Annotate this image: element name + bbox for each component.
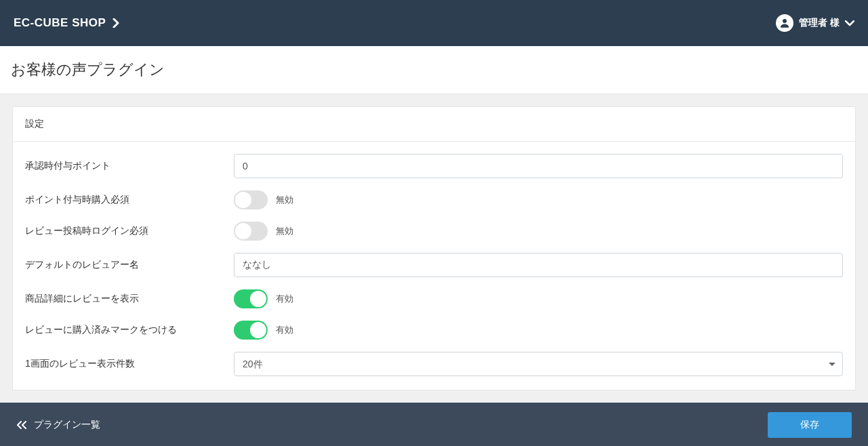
row-point-on-approve: 承認時付与ポイント [25,154,843,178]
label-point-on-approve: 承認時付与ポイント [25,160,234,172]
select-reviews-per-page[interactable]: 20件 [234,352,843,376]
row-default-reviewer: デフォルトのレビュアー名 [25,253,843,277]
row-require-purchase: ポイント付与時購入必須 無効 [25,190,843,209]
label-show-review: 商品詳細にレビューを表示 [25,293,234,305]
brand-title: EC-CUBE SHOP [14,16,106,30]
label-reviews-per-page: 1画面のレビュー表示件数 [25,358,234,370]
chevron-down-icon [845,20,854,26]
row-require-login: レビュー投稿時ログイン必須 無効 [25,222,843,241]
toggle-require-login[interactable] [234,222,268,241]
settings-card: 設定 承認時付与ポイント ポイント付与時購入必須 無効 [12,106,856,390]
toggle-require-purchase-state: 無効 [276,194,293,206]
content: 設定 承認時付与ポイント ポイント付与時購入必須 無効 [0,94,868,403]
input-point-on-approve[interactable] [234,154,843,178]
toggle-require-login-state: 無効 [276,225,293,237]
label-require-purchase: ポイント付与時購入必須 [25,194,234,206]
top-bar: EC-CUBE SHOP 管理者 様 [0,0,868,46]
row-reviews-per-page: 1画面のレビュー表示件数 20件 [25,352,843,376]
save-button[interactable]: 保存 [768,412,852,438]
page-title: お客様の声プラグイン [11,60,857,80]
brand[interactable]: EC-CUBE SHOP [14,16,119,30]
input-default-reviewer[interactable] [234,253,843,277]
toggle-mark-purchased-state: 有効 [276,324,293,336]
double-chevron-left-icon [16,421,27,429]
label-require-login: レビュー投稿時ログイン必須 [25,225,234,237]
user-name: 管理者 様 [799,17,840,29]
back-link-label: プラグイン一覧 [34,419,100,431]
row-mark-purchased: レビューに購入済みマークをつける 有効 [25,321,843,340]
toggle-mark-purchased[interactable] [234,321,268,340]
label-default-reviewer: デフォルトのレビュアー名 [25,259,234,271]
label-mark-purchased: レビューに購入済みマークをつける [25,324,234,336]
toggle-show-review-state: 有効 [276,293,293,305]
chevron-right-icon [112,18,119,28]
user-icon [776,14,793,32]
user-menu[interactable]: 管理者 様 [776,14,854,32]
svg-point-0 [783,19,787,23]
row-show-review: 商品詳細にレビューを表示 有効 [25,289,843,308]
back-link[interactable]: プラグイン一覧 [16,419,100,431]
page-title-bar: お客様の声プラグイン [0,46,868,94]
toggle-require-purchase[interactable] [234,190,268,209]
card-header: 設定 [13,107,855,142]
card-body: 承認時付与ポイント ポイント付与時購入必須 無効 レビュー投稿時ログイン必須 [13,142,855,390]
toggle-show-review[interactable] [234,289,268,308]
footer-bar: プラグイン一覧 保存 [0,403,868,446]
